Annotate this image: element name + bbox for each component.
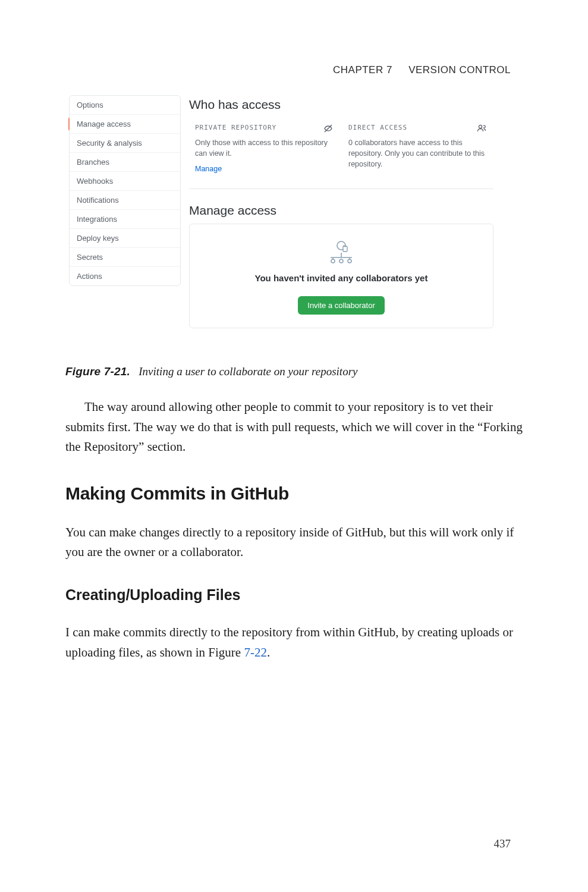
sidebar-item-secrets[interactable]: Secrets (70, 248, 180, 267)
collaborators-illustration-icon (196, 240, 487, 263)
figure-caption: Figure 7-21. Inviting a user to collabor… (65, 365, 529, 378)
paragraph-1: The way around allowing other people to … (65, 397, 529, 457)
sidebar-item-actions[interactable]: Actions (70, 267, 180, 285)
direct-access-desc: 0 collaborators have access to this repo… (348, 137, 488, 169)
sidebar-item-integrations[interactable]: Integrations (70, 210, 180, 229)
sidebar-item-branches[interactable]: Branches (70, 153, 180, 172)
paragraph-2: You can make changes directly to a repos… (65, 523, 529, 563)
no-collaborators-message: You haven't invited any collaborators ye… (196, 273, 487, 283)
chapter-label: CHAPTER 7 (333, 64, 392, 76)
sidebar-item-deploy-keys[interactable]: Deploy keys (70, 229, 180, 248)
section-heading-making-commits: Making Commits in GitHub (65, 483, 529, 504)
figure-ref-7-22[interactable]: 7-22 (244, 645, 267, 659)
svg-point-1 (479, 125, 482, 128)
sidebar-item-notifications[interactable]: Notifications (70, 191, 180, 210)
figure-screenshot: Options Manage access Security & analysi… (65, 95, 493, 351)
direct-access-card: DIRECT ACCESS 0 collaborators have acces… (348, 124, 488, 173)
paragraph-3: I can make commits directly to the repos… (65, 623, 529, 662)
settings-main: Who has access PRIVATE REPOSITORY Only t… (189, 95, 493, 328)
svg-point-6 (331, 259, 335, 263)
access-cards: PRIVATE REPOSITORY Only those with acces… (189, 124, 493, 189)
paragraph-3-text-b: . (267, 645, 270, 659)
people-icon (477, 124, 486, 135)
figure-caption-text: Inviting a user to collaborate on your r… (139, 365, 357, 378)
sidebar-item-manage-access[interactable]: Manage access (70, 115, 180, 134)
paragraph-3-text-a: I can make commits directly to the repos… (65, 625, 513, 659)
chapter-title: VERSION CONTROL (408, 64, 511, 76)
sidebar-item-options[interactable]: Options (70, 96, 180, 115)
sidebar-item-security-analysis[interactable]: Security & analysis (70, 134, 180, 153)
manage-access-heading: Manage access (189, 203, 493, 218)
eye-slash-icon (323, 124, 333, 135)
invite-collaborator-button[interactable]: Invite a collaborator (298, 296, 384, 315)
svg-point-7 (339, 259, 343, 263)
svg-point-8 (348, 259, 351, 263)
direct-access-label: DIRECT ACCESS (348, 124, 488, 131)
manage-link[interactable]: Manage (195, 165, 222, 173)
subsection-heading-creating-uploading: Creating/Uploading Files (65, 586, 529, 604)
sidebar-item-webhooks[interactable]: Webhooks (70, 172, 180, 191)
settings-sidebar: Options Manage access Security & analysi… (69, 95, 181, 286)
private-repo-label: PRIVATE REPOSITORY (195, 124, 334, 131)
private-repo-desc: Only those with access to this repositor… (195, 137, 334, 159)
private-repo-card: PRIVATE REPOSITORY Only those with acces… (195, 124, 334, 173)
manage-access-panel: You haven't invited any collaborators ye… (189, 224, 493, 328)
running-head: CHAPTER 7 VERSION CONTROL (333, 64, 511, 76)
page-number: 437 (494, 837, 511, 850)
who-has-access-heading: Who has access (189, 98, 493, 112)
figure-label: Figure 7-21. (65, 365, 130, 378)
